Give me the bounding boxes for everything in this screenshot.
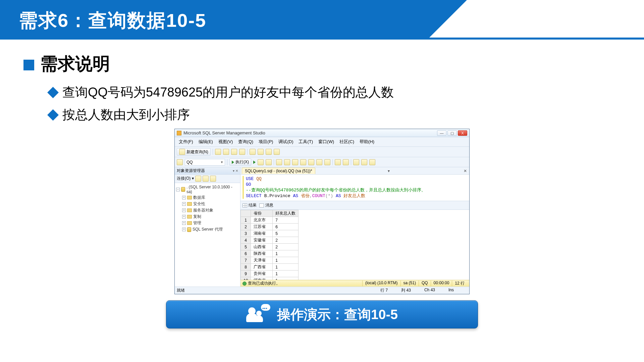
window-titlebar[interactable]: Microsoft SQL Server Management Studio —… bbox=[175, 129, 469, 137]
toolbar-icon[interactable] bbox=[308, 159, 314, 165]
toolbar-icon[interactable] bbox=[335, 159, 341, 165]
indent-icon[interactable] bbox=[353, 159, 359, 165]
status-ch: Ch 43 bbox=[424, 288, 448, 293]
status-db: QQ bbox=[419, 281, 431, 286]
messages-icon bbox=[259, 203, 264, 207]
province-cell: 天津省 bbox=[251, 257, 273, 264]
outdent-icon[interactable] bbox=[361, 159, 367, 165]
parse-icon[interactable] bbox=[266, 159, 272, 165]
grid-icon bbox=[243, 203, 247, 207]
expand-icon[interactable]: + bbox=[182, 202, 186, 206]
toolbar-icon[interactable] bbox=[276, 159, 282, 165]
sql-keyword: AS bbox=[336, 193, 341, 198]
table-row[interactable]: 8广西省1 bbox=[241, 264, 299, 270]
tab-results[interactable]: 结果 bbox=[243, 202, 257, 208]
expand-icon[interactable]: + bbox=[182, 221, 186, 225]
maximize-button[interactable]: ▢ bbox=[447, 130, 457, 136]
object-explorer-tree[interactable]: − . (SQL Server 10.0.1600 - sa) +数据库 +安全… bbox=[175, 183, 240, 287]
stop-icon[interactable] bbox=[258, 159, 264, 165]
action-bar[interactable]: ••• 操作演示：查询10-5 bbox=[166, 300, 478, 328]
tabs-dropdown-icon[interactable]: ▾ bbox=[386, 169, 391, 173]
table-row[interactable]: 1北京市7 bbox=[241, 217, 299, 224]
menu-project[interactable]: 项目(P) bbox=[257, 138, 275, 145]
table-row[interactable]: 9贵州省1 bbox=[241, 270, 299, 277]
expand-icon[interactable]: + bbox=[182, 228, 186, 231]
sql-alias: 好友总人数 bbox=[343, 193, 365, 198]
refresh-icon[interactable] bbox=[210, 176, 216, 182]
toolbar-separator bbox=[274, 159, 274, 165]
menu-edit[interactable]: 编辑(E) bbox=[197, 138, 215, 145]
run-icon[interactable] bbox=[253, 161, 256, 164]
tree-node[interactable]: +复制 bbox=[182, 214, 239, 220]
toolbar-icon[interactable] bbox=[177, 159, 183, 165]
sql-alias: 省份 bbox=[301, 193, 310, 198]
toolbar-icon[interactable] bbox=[274, 149, 280, 155]
connect-button[interactable]: 连接(O) ▾ bbox=[177, 176, 194, 182]
menu-file[interactable]: 文件(F) bbox=[177, 138, 195, 145]
status-text: 查询已成功执行。 bbox=[248, 281, 280, 286]
slide-body: 需求说明 查询QQ号码为54789625的用户的好友中每个省份的总人数 按总人数… bbox=[0, 43, 644, 328]
save-all-icon[interactable] bbox=[266, 149, 272, 155]
expand-icon[interactable]: + bbox=[182, 215, 186, 219]
expand-icon[interactable]: + bbox=[182, 196, 186, 199]
toolbar-icon[interactable] bbox=[195, 176, 201, 182]
menu-query[interactable]: 查询(Q) bbox=[236, 138, 255, 145]
expand-icon[interactable]: + bbox=[182, 208, 186, 212]
new-query-label: 新建查询(N) bbox=[186, 149, 208, 155]
tree-server-node[interactable]: − . (SQL Server 10.0.1600 - sa) bbox=[176, 184, 239, 194]
menu-window[interactable]: 窗口(W) bbox=[316, 138, 336, 145]
toolbar-icon[interactable] bbox=[324, 159, 330, 165]
col-count[interactable]: 好友总人数 bbox=[273, 210, 299, 217]
toolbar-icon[interactable] bbox=[239, 149, 245, 155]
tab-messages[interactable]: 消息 bbox=[259, 202, 273, 208]
table-row[interactable]: 3湖南省5 bbox=[241, 230, 299, 237]
menu-help[interactable]: 帮助(H) bbox=[358, 138, 376, 145]
table-row[interactable]: 7天津省1 bbox=[241, 257, 299, 264]
toolbar-icon[interactable] bbox=[300, 159, 306, 165]
tab-close-icon[interactable]: ✕ bbox=[463, 169, 468, 173]
document-tab[interactable]: SQLQuery1.sql - (local).QQ (sa (51))* bbox=[242, 168, 315, 174]
table-row[interactable]: 6陕西省1 bbox=[241, 250, 299, 257]
minimize-button[interactable]: — bbox=[437, 130, 446, 136]
app-icon bbox=[177, 131, 181, 135]
results-grid[interactable]: 省份 好友总人数 1北京市72江苏省63湖南省54安徽省25山西省26陕西省17… bbox=[240, 210, 469, 280]
province-cell: 山西省 bbox=[251, 244, 273, 250]
toolbar-icon[interactable] bbox=[316, 159, 322, 165]
close-button[interactable]: X bbox=[458, 130, 467, 136]
toolbar-icon[interactable] bbox=[284, 159, 290, 165]
tree-node[interactable]: +数据库 bbox=[182, 194, 239, 201]
menu-tools[interactable]: 工具(T) bbox=[297, 138, 315, 145]
table-row[interactable]: 5山西省2 bbox=[241, 244, 299, 250]
save-icon[interactable] bbox=[258, 149, 264, 155]
table-row[interactable]: 4安徽省2 bbox=[241, 237, 299, 244]
sql-editor[interactable]: USE QQ GO --查询QQ号码为54789625的用户的好友中每个省份的总… bbox=[240, 175, 469, 201]
title-bar: 需求6：查询数据10-5 bbox=[0, 0, 429, 38]
toolbar-icon[interactable] bbox=[223, 149, 229, 155]
database-selector[interactable]: QQ ▼ bbox=[185, 159, 225, 166]
col-province[interactable]: 省份 bbox=[251, 210, 273, 217]
tree-node[interactable]: +SQL Server 代理 bbox=[182, 226, 239, 233]
toolbar-icon[interactable] bbox=[292, 159, 298, 165]
tree-node[interactable]: +安全性 bbox=[182, 201, 239, 207]
tree-node[interactable]: +管理 bbox=[182, 220, 239, 226]
toolbar-icon[interactable] bbox=[369, 159, 375, 165]
execute-button[interactable]: 执行(X) bbox=[229, 159, 251, 166]
toolbar-icon[interactable] bbox=[343, 159, 349, 165]
menu-view[interactable]: 视图(V) bbox=[216, 138, 235, 145]
pin-icon[interactable]: ▾ ✕ bbox=[233, 169, 238, 173]
table-row[interactable]: 2江苏省6 bbox=[241, 224, 299, 230]
menu-debug[interactable]: 调试(D) bbox=[276, 138, 295, 145]
new-query-button[interactable]: 新建查询(N) bbox=[177, 148, 211, 156]
count-cell: 1 bbox=[273, 257, 299, 264]
object-explorer-toolbar: 连接(O) ▾ bbox=[175, 175, 240, 183]
toolbar-icon[interactable] bbox=[231, 149, 237, 155]
collapse-icon[interactable]: − bbox=[176, 188, 180, 191]
menu-community[interactable]: 社区(C) bbox=[337, 138, 356, 145]
tree-node[interactable]: +服务器对象 bbox=[182, 207, 239, 214]
toolbar-icon[interactable] bbox=[203, 176, 209, 182]
open-icon[interactable] bbox=[250, 149, 256, 155]
toolbar-icon[interactable] bbox=[215, 149, 221, 155]
table-row[interactable]: 10河南省1 bbox=[241, 277, 299, 280]
province-cell: 陕西省 bbox=[251, 250, 273, 257]
tree-label: 复制 bbox=[193, 214, 201, 220]
